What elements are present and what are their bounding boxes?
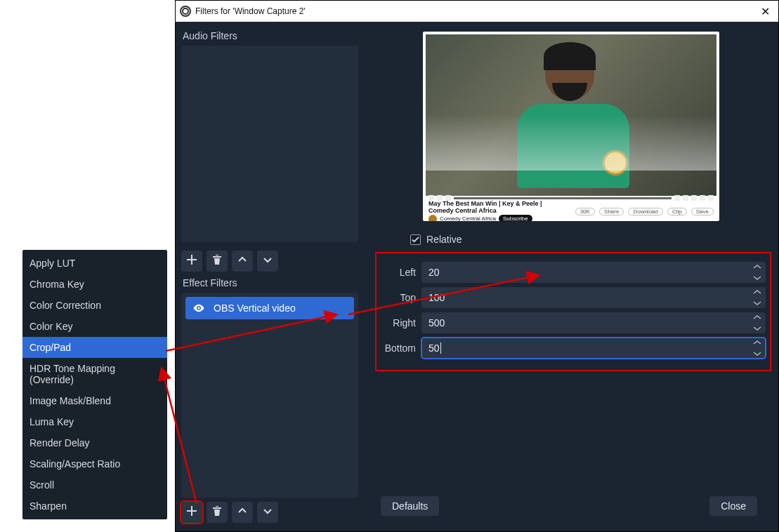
right-input[interactable]: 500 — [421, 312, 766, 333]
filters-left-pane: Audio Filters Effect Filters — [176, 22, 364, 531]
menu-item-color-correction[interactable]: Color Correction — [22, 295, 167, 316]
move-effect-filter-up-button[interactable] — [232, 502, 253, 523]
effect-filter-name: OBS Vertical video — [214, 302, 296, 314]
chevron-down-icon — [262, 254, 273, 268]
visibility-icon[interactable] — [192, 302, 205, 314]
left-spinner[interactable] — [753, 264, 763, 281]
dialog-footer: Defaults Close — [375, 491, 767, 524]
subscribe-pill: Subscribe — [499, 215, 532, 221]
filters-dialog: Filters for 'Window Capture 2' ✕ Audio F… — [175, 0, 779, 532]
spin-down-icon — [753, 275, 761, 281]
left-input[interactable]: 20 — [421, 262, 766, 283]
right-spinner[interactable] — [753, 314, 763, 331]
menu-item-sharpen[interactable]: Sharpen — [22, 496, 167, 517]
filter-preview: May The Best Man Win | Key & Peele | Com… — [423, 32, 719, 221]
remove-audio-filter-button[interactable] — [207, 251, 228, 272]
window-close-button[interactable]: ✕ — [757, 5, 774, 18]
menu-item-apply-lut[interactable]: Apply LUT — [22, 253, 167, 274]
plus-icon — [186, 505, 197, 519]
add-effect-filter-button[interactable] — [181, 502, 202, 523]
obs-icon — [180, 6, 191, 17]
effect-filters-toolbar — [181, 502, 358, 523]
filter-settings-pane: May The Best Man Win | Key & Peele | Com… — [364, 22, 778, 531]
menu-item-hdr-tone-mapping[interactable]: HDR Tone Mapping (Override) — [22, 358, 167, 390]
right-label: Right — [378, 317, 416, 328]
crop-params-highlight: Left 20 Top 100 — [375, 252, 771, 371]
dialog-title: Filters for 'Window Capture 2' — [195, 6, 306, 16]
top-label: Top — [378, 292, 416, 303]
menu-item-image-mask-blend[interactable]: Image Mask/Blend — [22, 390, 167, 411]
defaults-button[interactable]: Defaults — [381, 496, 439, 516]
channel-avatar — [428, 215, 437, 222]
spin-up-icon — [753, 264, 761, 270]
chevron-up-icon — [237, 505, 248, 519]
move-effect-filter-down-button[interactable] — [257, 502, 278, 523]
plus-icon — [186, 254, 197, 268]
bottom-label: Bottom — [378, 343, 416, 354]
filter-type-menu[interactable]: Apply LUT Chroma Key Color Correction Co… — [22, 250, 167, 519]
remove-effect-filter-button[interactable] — [207, 502, 228, 523]
menu-item-crop-pad[interactable]: Crop/Pad — [22, 337, 167, 358]
top-spinner[interactable] — [753, 289, 763, 306]
relative-checkbox[interactable] — [410, 234, 421, 245]
move-audio-filter-up-button[interactable] — [232, 251, 253, 272]
bottom-input[interactable]: 50 — [421, 338, 766, 359]
effect-filters-list[interactable]: OBS Vertical video — [181, 293, 358, 498]
menu-item-scroll[interactable]: Scroll — [22, 474, 167, 496]
menu-item-luma-key[interactable]: Luma Key — [22, 411, 167, 432]
trash-icon — [211, 505, 223, 519]
menu-item-render-delay[interactable]: Render Delay — [22, 432, 167, 453]
left-label: Left — [378, 267, 416, 278]
relative-label: Relative — [426, 234, 462, 245]
close-button[interactable]: Close — [709, 496, 757, 516]
trash-icon — [211, 254, 223, 268]
audio-filters-label: Audio Filters — [181, 26, 358, 46]
menu-item-chroma-key[interactable]: Chroma Key — [22, 274, 167, 295]
titlebar: Filters for 'Window Capture 2' ✕ — [176, 1, 778, 22]
top-input[interactable]: 100 — [421, 287, 766, 308]
chevron-down-icon — [262, 505, 273, 519]
bottom-spinner[interactable] — [753, 340, 763, 357]
add-audio-filter-button[interactable] — [181, 251, 202, 272]
effect-filter-item[interactable]: OBS Vertical video — [185, 297, 354, 319]
chevron-up-icon — [237, 254, 248, 268]
effect-filters-label: Effect Filters — [181, 273, 358, 293]
audio-filters-toolbar — [181, 251, 358, 272]
move-audio-filter-down-button[interactable] — [257, 251, 278, 272]
audio-filters-list[interactable] — [181, 46, 358, 242]
preview-channel: Comedy Central Africa — [440, 215, 496, 221]
menu-item-color-key[interactable]: Color Key — [22, 316, 167, 337]
preview-video-title: May The Best Man Win | Key & Peele | Com… — [428, 200, 567, 214]
check-icon — [412, 236, 419, 244]
menu-item-scaling-aspect-ratio[interactable]: Scaling/Aspect Ratio — [22, 453, 167, 474]
